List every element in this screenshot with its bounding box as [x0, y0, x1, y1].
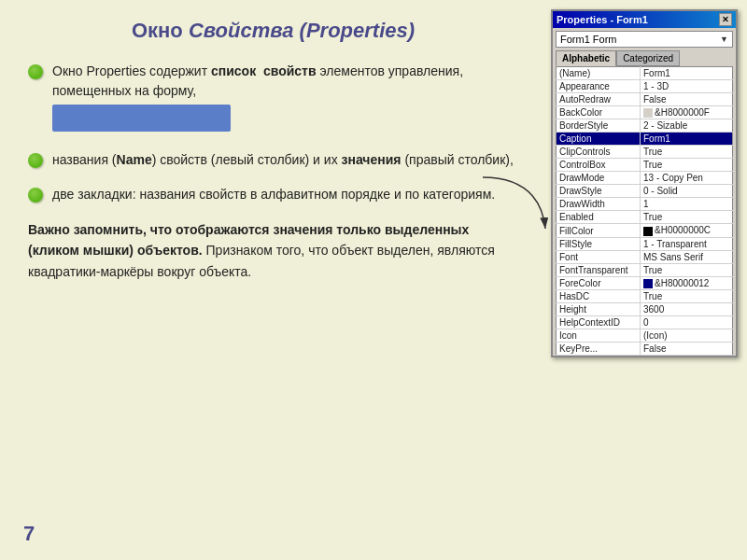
- property-value: True: [641, 290, 733, 303]
- table-row[interactable]: AutoRedrawFalse: [557, 93, 733, 106]
- property-value: (Icon): [641, 329, 733, 343]
- table-row[interactable]: FontMS Sans Serif: [557, 250, 733, 263]
- page-title: Окно Свойства (Properties): [28, 19, 518, 43]
- table-row[interactable]: BackColor&H8000000F: [557, 106, 733, 119]
- table-row[interactable]: ControlBoxTrue: [557, 159, 733, 172]
- table-row[interactable]: ClipControlsTrue: [557, 146, 733, 159]
- tab-categorized[interactable]: Categorized: [616, 50, 680, 66]
- property-name: HelpContextID: [557, 316, 641, 329]
- bullet-text-3: две закладки: названия свойств в алфавит…: [52, 185, 495, 204]
- property-value: &H80000012: [641, 276, 733, 289]
- table-row[interactable]: Height3600: [557, 303, 733, 316]
- bullet-item-1: Окно Properties содержит список свойств …: [28, 62, 518, 135]
- main-container: Окно Свойства (Properties) Окно Properti…: [0, 0, 747, 560]
- table-row[interactable]: KeyPre...False: [557, 343, 733, 356]
- color-swatch-icon: [643, 108, 653, 118]
- property-name: DrawWidth: [557, 198, 641, 211]
- property-value: 0: [641, 316, 733, 329]
- property-name: FillColor: [557, 224, 641, 237]
- bullet-text-1: Окно Properties содержит список свойств …: [52, 62, 518, 135]
- property-name: Enabled: [557, 211, 641, 224]
- property-value: False: [641, 93, 733, 106]
- bullet-text-2: названия (Name) свойств (левый столбик) …: [52, 150, 514, 170]
- property-name: FontTransparent: [557, 263, 641, 276]
- property-value: Form1: [641, 133, 733, 146]
- window-title: Properties - Form1: [557, 14, 648, 25]
- property-value: True: [641, 211, 733, 224]
- form-selector[interactable]: Form1 Form ▼: [556, 31, 733, 48]
- property-name: DrawMode: [557, 172, 641, 185]
- table-row[interactable]: DrawMode13 - Copy Pen: [557, 172, 733, 185]
- bullet-icon-1: [28, 64, 43, 79]
- property-value: Form1: [641, 67, 733, 80]
- property-value: 0 - Solid: [641, 185, 733, 198]
- property-name: Font: [557, 250, 641, 263]
- properties-window: Properties - Form1 ✕ Form1 Form ▼ Alphab…: [551, 9, 738, 357]
- table-row[interactable]: DrawWidth1: [557, 198, 733, 211]
- tab-alphabetic[interactable]: Alphabetic: [556, 50, 616, 66]
- property-name: Icon: [557, 329, 641, 343]
- right-panel: Properties - Form1 ✕ Form1 Form ▼ Alphab…: [546, 0, 747, 560]
- page-number: 7: [23, 522, 35, 546]
- property-name: KeyPre...: [557, 343, 641, 356]
- property-value: True: [641, 159, 733, 172]
- color-swatch-icon: [643, 227, 653, 236]
- property-value: 3600: [641, 303, 733, 316]
- important-block: Важно запомнить, что отображаются значен…: [28, 219, 518, 282]
- property-name: AutoRedraw: [557, 93, 641, 106]
- property-value: 13 - Copy Pen: [641, 172, 733, 185]
- bullet-item-3: две закладки: названия свойств в алфавит…: [28, 185, 518, 204]
- form-selector-label: Form1 Form: [560, 34, 617, 45]
- table-row[interactable]: ForeColor&H80000012: [557, 276, 733, 289]
- table-row[interactable]: Icon(Icon): [557, 329, 733, 343]
- table-row[interactable]: BorderStyle2 - Sizable: [557, 119, 733, 133]
- window-titlebar: Properties - Form1 ✕: [553, 11, 736, 28]
- property-name: HasDC: [557, 290, 641, 303]
- property-value: True: [641, 146, 733, 159]
- color-swatch-icon: [643, 279, 653, 288]
- dropdown-arrow-icon: ▼: [720, 35, 728, 44]
- property-name: Appearance: [557, 80, 641, 93]
- table-row[interactable]: HelpContextID0: [557, 316, 733, 329]
- bullet-icon-3: [28, 188, 43, 203]
- table-row[interactable]: (Name)Form1: [557, 67, 733, 80]
- property-value: True: [641, 263, 733, 276]
- property-value: &H0000000C: [641, 224, 733, 237]
- property-value: 1 - 3D: [641, 80, 733, 93]
- property-name: BorderStyle: [557, 119, 641, 133]
- property-name: (Name): [557, 67, 641, 80]
- property-name: ForeColor: [557, 276, 641, 289]
- properties-tabs: Alphabetic Categorized: [556, 50, 733, 66]
- table-row[interactable]: Appearance1 - 3D: [557, 80, 733, 93]
- property-name: ClipControls: [557, 146, 641, 159]
- table-row[interactable]: CaptionForm1: [557, 133, 733, 146]
- left-panel: Окно Свойства (Properties) Окно Properti…: [0, 0, 546, 560]
- highlight-bar: [52, 105, 231, 132]
- property-value: 1 - Transparent: [641, 237, 733, 250]
- property-name: DrawStyle: [557, 185, 641, 198]
- bullet-item-2: названия (Name) свойств (левый столбик) …: [28, 150, 518, 170]
- property-name: BackColor: [557, 106, 641, 119]
- property-value: MS Sans Serif: [641, 250, 733, 263]
- table-row[interactable]: FillStyle1 - Transparent: [557, 237, 733, 250]
- property-name: FillStyle: [557, 237, 641, 250]
- property-value: False: [641, 343, 733, 356]
- properties-table: (Name)Form1Appearance1 - 3DAutoRedrawFal…: [556, 66, 733, 356]
- property-value: 1: [641, 198, 733, 211]
- table-row[interactable]: EnabledTrue: [557, 211, 733, 224]
- property-value: &H8000000F: [641, 106, 733, 119]
- window-close-button[interactable]: ✕: [719, 13, 732, 26]
- table-row[interactable]: FontTransparentTrue: [557, 263, 733, 276]
- table-row[interactable]: DrawStyle0 - Solid: [557, 185, 733, 198]
- property-name: ControlBox: [557, 159, 641, 172]
- bullet-icon-2: [28, 153, 43, 168]
- table-row[interactable]: FillColor&H0000000C: [557, 224, 733, 237]
- property-name: Caption: [557, 133, 641, 146]
- property-value: 2 - Sizable: [641, 119, 733, 133]
- table-row[interactable]: HasDCTrue: [557, 290, 733, 303]
- property-name: Height: [557, 303, 641, 316]
